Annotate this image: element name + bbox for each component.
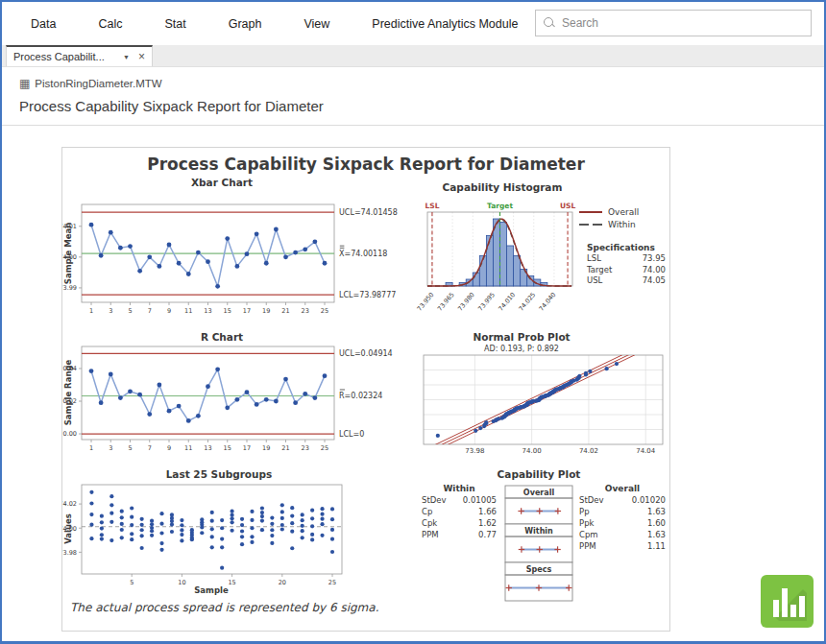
svg-text:74.025: 74.025	[518, 291, 538, 313]
svg-text:73.965: 73.965	[436, 291, 456, 313]
legend-overall-label: Overall	[608, 207, 639, 217]
stat-value: 1.11	[647, 540, 666, 552]
menu-predictive-analytics-module[interactable]: Predictive Analytics Module	[372, 17, 518, 31]
svg-text:0.04: 0.04	[63, 365, 77, 372]
svg-text:UCL=0.04914: UCL=0.04914	[339, 349, 393, 358]
tab-process-capability[interactable]: Process Capabilit... ▼ ×	[6, 45, 153, 66]
svg-text:9: 9	[167, 444, 171, 452]
svg-text:19: 19	[262, 444, 270, 452]
rchart-chart: R ChartSample Range0.040.020.00135791113…	[63, 331, 393, 452]
menu-data[interactable]: Data	[31, 17, 56, 31]
svg-text:Within: Within	[524, 527, 553, 536]
svg-text:UCL=74.01458: UCL=74.01458	[339, 208, 398, 217]
svg-text:15: 15	[224, 307, 231, 315]
svg-text:1: 1	[89, 307, 93, 315]
svg-text:AD: 0.193, P: 0.892: AD: 0.193, P: 0.892	[484, 345, 559, 353]
svg-text:73.995: 73.995	[476, 291, 497, 313]
svg-text:3: 3	[109, 307, 112, 315]
sixpack-report[interactable]: Process Capability Sixpack Report for Di…	[61, 147, 670, 632]
stat-value: 1.66	[478, 506, 497, 517]
spec-lsl-value: 73.95	[643, 253, 666, 265]
svg-text:74.02: 74.02	[579, 447, 598, 455]
svg-text:74.01: 74.01	[62, 223, 77, 230]
report-footnote: The actual process spread is represented…	[70, 601, 378, 614]
stat-value: 1.63	[647, 529, 666, 540]
spec-target-value: 74.00	[643, 265, 666, 276]
search-input[interactable]	[562, 16, 783, 30]
menu-stat[interactable]: Stat	[164, 17, 185, 31]
stat-label: Cpk	[422, 517, 437, 529]
svg-text:17: 17	[243, 444, 251, 452]
svg-text:5: 5	[128, 307, 132, 315]
spec-row: LSL 73.95	[587, 253, 666, 265]
within-stats-title: Within	[422, 484, 497, 493]
svg-text:5: 5	[130, 579, 134, 586]
svg-text:10: 10	[178, 579, 185, 586]
spec-usl-label: USL	[587, 275, 602, 287]
svg-text:74.00: 74.00	[62, 253, 77, 261]
spec-row: USL 74.05	[587, 275, 666, 287]
app-window: Data Calc Stat Graph View Predictive Ana…	[0, 0, 826, 644]
svg-text:73.980: 73.980	[456, 291, 476, 313]
svg-text:74.040: 74.040	[538, 291, 558, 313]
overall-stats-block: Overall StDev0.01020 Pp1.63 Ppk1.60 Cpm1…	[579, 484, 666, 552]
stat-value: 0.77	[478, 529, 497, 540]
svg-text:13: 13	[204, 444, 211, 452]
svg-text:R Chart: R Chart	[201, 331, 243, 343]
svg-text:74.00: 74.00	[62, 525, 77, 533]
menu-calc[interactable]: Calc	[98, 17, 122, 31]
svg-text:74.00: 74.00	[522, 447, 542, 455]
svg-text:15: 15	[228, 579, 235, 586]
tab-dropdown-icon[interactable]: ▼	[123, 54, 130, 60]
svg-text:73.99: 73.99	[62, 284, 77, 292]
svg-text:Overall: Overall	[523, 489, 555, 497]
svg-text:Xbar Chart: Xbar Chart	[191, 177, 253, 188]
menu-graph[interactable]: Graph	[229, 17, 262, 31]
svg-text:13: 13	[204, 307, 211, 315]
svg-text:15: 15	[224, 444, 231, 452]
svg-text:R=0.02324: R=0.02324	[339, 392, 382, 400]
svg-text:USL: USL	[560, 202, 575, 210]
stat-label: StDev	[579, 494, 604, 506]
stat-label: Pp	[579, 506, 590, 517]
stat-label: PPM	[422, 529, 439, 540]
specifications-block: Specifications LSL 73.95 Target 74.00 US…	[587, 243, 666, 287]
svg-text:Last 25 Subgroups: Last 25 Subgroups	[166, 468, 273, 480]
menu-view[interactable]: View	[304, 17, 329, 31]
stat-label: Cp	[422, 506, 432, 517]
xbar-chart: Xbar ChartSample Mean74.0174.0073.991357…	[62, 177, 398, 315]
stat-label: Cpm	[579, 529, 598, 540]
svg-text:7: 7	[148, 307, 152, 315]
svg-text:23: 23	[302, 444, 309, 452]
svg-text:11: 11	[184, 307, 192, 315]
tab-close-icon[interactable]: ×	[138, 51, 145, 62]
svg-text:21: 21	[281, 307, 289, 315]
svg-text:74.02: 74.02	[62, 500, 77, 508]
svg-text:0.02: 0.02	[63, 397, 77, 405]
svg-text:LCL=0: LCL=0	[339, 430, 364, 439]
spec-row: Target 74.00	[587, 265, 666, 276]
last-25-subgroups-chart: Last 25 SubgroupsValuesSample74.0274.007…	[62, 468, 342, 595]
worksheet-name: PistonRingDiameter.MTW	[35, 78, 161, 89]
svg-text:Sample: Sample	[194, 585, 229, 595]
spec-target-label: Target	[587, 265, 612, 276]
legend-overall: Overall	[579, 205, 675, 218]
menu-bar: Data Calc Stat Graph View Predictive Ana…	[2, 2, 824, 45]
capability-plot-chart: Capability PlotOverallWithinSpecs	[498, 468, 581, 601]
svg-text:20: 20	[279, 579, 286, 586]
svg-text:19: 19	[262, 307, 270, 315]
histogram-legend: Overall Within	[579, 205, 675, 230]
overall-stats-title: Overall	[579, 484, 666, 493]
worksheet-link[interactable]: ▦ PistonRingDiameter.MTW	[19, 78, 824, 89]
search-box[interactable]	[535, 10, 812, 36]
tab-bar: Process Capabilit... ▼ ×	[2, 45, 824, 67]
svg-text:7: 7	[148, 444, 152, 452]
search-icon	[544, 17, 555, 29]
svg-text:74.04: 74.04	[636, 447, 656, 455]
svg-text:23: 23	[302, 307, 309, 315]
svg-text:25: 25	[321, 307, 328, 315]
stat-value: 1.63	[647, 506, 666, 517]
svg-text:73.950: 73.950	[416, 291, 436, 313]
svg-text:17: 17	[243, 307, 251, 315]
svg-text:3: 3	[109, 444, 112, 452]
